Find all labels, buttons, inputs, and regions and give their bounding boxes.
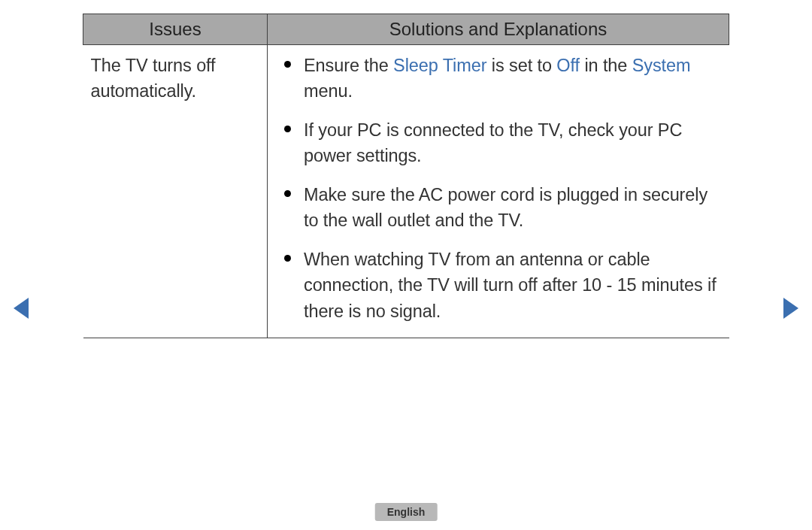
solution-text: When watching TV from an antenna or cabl… (304, 250, 717, 320)
issue-cell: The TV turns off automatically. (83, 45, 268, 338)
table-row: The TV turns off automatically. Ensure t… (83, 45, 729, 338)
solution-text: If your PC is connected to the TV, check… (304, 120, 682, 165)
keyword-sleep-timer: Sleep Timer (393, 56, 486, 75)
header-issues: Issues (83, 14, 268, 45)
next-page-icon[interactable] (783, 298, 798, 319)
keyword-off: Off (556, 56, 580, 75)
troubleshooting-table: Issues Solutions and Explanations The TV… (83, 14, 729, 338)
keyword-system: System (632, 56, 691, 75)
language-badge: English (375, 503, 438, 521)
list-item: If your PC is connected to the TV, check… (268, 117, 726, 168)
solution-cell: Ensure the Sleep Timer is set to Off in … (268, 45, 729, 338)
solution-text: Ensure the Sleep Timer is set to Off in … (304, 56, 690, 101)
list-item: Ensure the Sleep Timer is set to Off in … (268, 53, 726, 104)
solution-text: Make sure the AC power cord is plugged i… (304, 185, 707, 230)
list-item: Make sure the AC power cord is plugged i… (268, 182, 726, 233)
prev-page-icon[interactable] (14, 298, 29, 319)
header-solutions: Solutions and Explanations (268, 14, 729, 45)
list-item: When watching TV from an antenna or cabl… (268, 247, 726, 323)
